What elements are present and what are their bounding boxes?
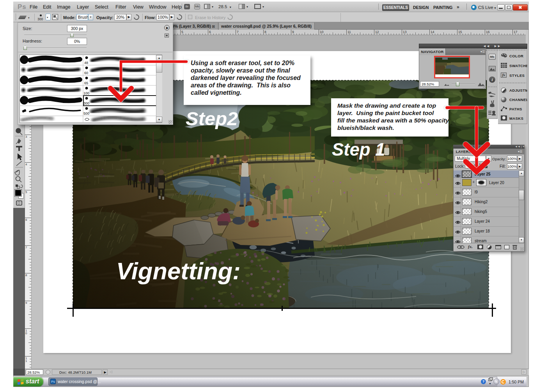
svg-text:48: 48 bbox=[84, 61, 88, 65]
svg-text:60: 60 bbox=[84, 71, 88, 75]
svg-text:100: 100 bbox=[83, 91, 89, 95]
svg-text:500: 500 bbox=[83, 112, 89, 115]
svg-text:65: 65 bbox=[84, 81, 88, 85]
svg-text:300: 300 bbox=[83, 101, 89, 105]
